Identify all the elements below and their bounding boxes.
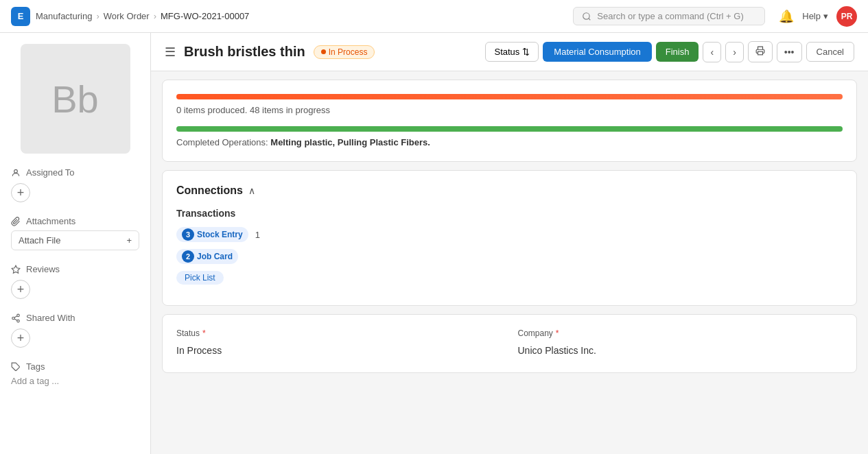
status-field: Status * In Process: [176, 328, 502, 359]
company-field-value: Unico Plastics Inc.: [518, 342, 843, 359]
status-chevron-icon: ⇅: [522, 47, 530, 57]
pick-list-row: Pick List: [176, 271, 843, 285]
page-header: ☰ Brush bristles thin In Process Status …: [151, 33, 868, 71]
company-field-label: Company *: [518, 328, 843, 338]
breadcrumb-current: MFG-WO-2021-00007: [161, 11, 249, 21]
green-progress-container: [176, 126, 843, 132]
nav-right: 🔔 Help ▾ PR: [779, 6, 857, 27]
completed-operations-text: Completed Operations: Melting plastic, P…: [176, 137, 843, 147]
main-layout: Bb Assigned To + Attachments Attach File…: [0, 33, 868, 454]
stock-entry-count: 1: [255, 230, 260, 240]
stock-entry-badge[interactable]: 3 Stock Entry: [176, 227, 248, 242]
connections-header: Connections ∧: [176, 184, 843, 197]
stock-entry-row: 3 Stock Entry 1: [176, 227, 843, 242]
help-button[interactable]: Help ▾: [802, 11, 828, 21]
orange-progress-bar: [176, 94, 843, 99]
page-title: Brush bristles thin: [184, 44, 305, 60]
next-record-button[interactable]: ›: [725, 42, 744, 62]
svg-rect-10: [758, 51, 762, 55]
svg-line-8: [14, 315, 17, 317]
reviews-label: Reviews: [11, 264, 139, 274]
svg-point-4: [17, 314, 20, 317]
print-icon: [755, 46, 765, 56]
person-icon: [11, 168, 21, 178]
more-options-button[interactable]: •••: [777, 42, 802, 62]
pick-list-badge[interactable]: Pick List: [176, 271, 224, 285]
attachments-section: Attachments Attach File +: [11, 216, 139, 250]
status-form-grid: Status * In Process Company * Unico Plas…: [176, 328, 843, 359]
finish-button[interactable]: Finish: [656, 42, 699, 62]
record-avatar: Bb: [21, 44, 130, 154]
status-badge: In Process: [314, 45, 375, 59]
shared-with-section: Shared With +: [11, 313, 139, 348]
search-bar[interactable]: Search or type a command (Ctrl + G): [573, 7, 765, 25]
breadcrumb-work-order[interactable]: Work Order: [104, 11, 150, 21]
status-required-indicator: *: [202, 328, 206, 338]
search-placeholder: Search or type a command (Ctrl + G): [597, 11, 744, 21]
avatar[interactable]: PR: [836, 6, 857, 27]
connections-card: Connections ∧ Transactions 3 Stock Entry…: [162, 170, 857, 306]
chevron-down-icon: ▾: [823, 11, 828, 21]
main-content: ☰ Brush bristles thin In Process Status …: [151, 33, 868, 454]
breadcrumb-sep-1: ›: [96, 11, 99, 21]
star-icon: [11, 265, 21, 274]
svg-point-6: [17, 320, 20, 322]
breadcrumb: Manufacturing › Work Order › MFG-WO-2021…: [36, 11, 249, 21]
sidebar: Bb Assigned To + Attachments Attach File…: [0, 33, 151, 454]
status-dot: [321, 49, 326, 54]
material-consumption-button[interactable]: Material Consumption: [543, 42, 651, 62]
status-section-card: Status * In Process Company * Unico Plas…: [162, 314, 857, 373]
share-icon: [11, 313, 21, 323]
status-field-label: Status *: [176, 328, 502, 338]
svg-point-2: [14, 169, 18, 173]
orange-progress-container: [176, 94, 843, 99]
progress-card: 0 items produced. 48 items in progress C…: [162, 80, 857, 162]
svg-line-1: [589, 18, 591, 20]
prev-record-button[interactable]: ‹: [703, 42, 721, 62]
add-tag-button[interactable]: Add a tag ...: [11, 376, 139, 386]
header-actions: Status ⇅ Material Consumption Finish ‹ ›…: [485, 41, 854, 62]
breadcrumb-sep-2: ›: [154, 11, 156, 21]
assigned-to-label: Assigned To: [11, 167, 139, 178]
progress-text: 0 items produced. 48 items in progress: [176, 105, 843, 115]
connections-title: Connections: [176, 184, 243, 197]
assigned-to-add-button[interactable]: +: [11, 183, 30, 202]
green-progress-bar: [176, 126, 843, 132]
company-field: Company * Unico Plastics Inc.: [518, 328, 843, 359]
assigned-to-section: Assigned To +: [11, 167, 139, 202]
status-dropdown-button[interactable]: Status ⇅: [485, 42, 539, 62]
reviews-add-button[interactable]: +: [11, 280, 30, 299]
search-icon: [582, 12, 591, 21]
attach-file-button[interactable]: Attach File +: [11, 230, 139, 250]
status-field-value: In Process: [176, 342, 502, 359]
tags-section: Tags Add a tag ...: [11, 361, 139, 386]
paperclip-icon: [11, 217, 21, 226]
job-card-row: 2 Job Card: [176, 249, 843, 264]
tags-label: Tags: [11, 361, 139, 372]
top-navigation: E Manufacturing › Work Order › MFG-WO-20…: [0, 0, 868, 33]
attachments-label: Attachments: [11, 216, 139, 226]
svg-point-0: [583, 12, 589, 19]
reviews-section: Reviews +: [11, 264, 139, 299]
breadcrumb-manufacturing[interactable]: Manufacturing: [36, 11, 92, 21]
connections-collapse-icon[interactable]: ∧: [248, 185, 255, 196]
svg-marker-3: [12, 265, 20, 273]
job-card-badge[interactable]: 2 Job Card: [176, 249, 238, 264]
tag-icon: [11, 362, 21, 372]
company-required-indicator: *: [556, 328, 559, 338]
sidebar-toggle-icon[interactable]: ☰: [165, 45, 176, 60]
plus-icon: +: [126, 235, 132, 246]
app-icon[interactable]: E: [11, 7, 30, 26]
print-button[interactable]: [748, 41, 773, 62]
shared-with-label: Shared With: [11, 313, 139, 323]
operations-names: Melting plastic, Pulling Plastic Fibers.: [270, 137, 430, 147]
svg-point-5: [12, 317, 15, 320]
shared-with-add-button[interactable]: +: [11, 328, 30, 348]
cancel-button[interactable]: Cancel: [806, 42, 854, 62]
svg-line-7: [14, 318, 17, 320]
bell-icon[interactable]: 🔔: [779, 9, 794, 24]
transactions-title: Transactions: [176, 208, 843, 219]
